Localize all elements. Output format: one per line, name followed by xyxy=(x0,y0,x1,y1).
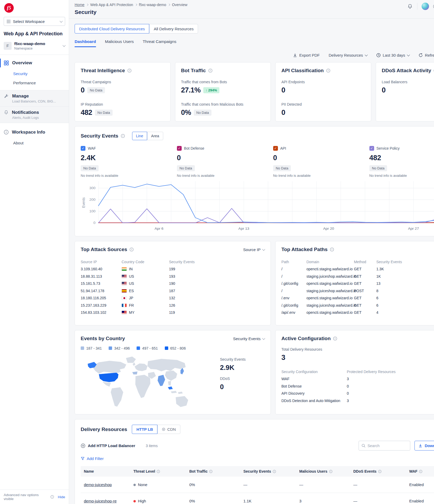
info-icon[interactable] xyxy=(127,68,132,73)
table-row[interactable]: 18.180.116.205 JP 132 xyxy=(81,295,265,302)
notifications-bell-icon[interactable] xyxy=(407,3,413,9)
table-row[interactable]: /.git/config opencti.staging.wafwizard.i… xyxy=(281,280,434,287)
info-icon[interactable] xyxy=(157,470,160,473)
events-line-chart[interactable]: 0100200300Apr 6Apr 13Apr 20Apr 27Events xyxy=(81,179,434,232)
path: /.git/config xyxy=(281,303,306,307)
table-row[interactable]: / staging.juiceshop.wafwizard.io POST 8 xyxy=(281,287,434,295)
map-country-in[interactable] xyxy=(157,375,165,386)
tab-threat-campaigns[interactable]: Threat Campaigns xyxy=(143,39,176,47)
map-country-my[interactable] xyxy=(168,386,173,390)
tenant-avatar[interactable] xyxy=(422,3,429,10)
info-icon[interactable] xyxy=(129,247,134,252)
sidebar-item-label: Overview xyxy=(12,60,32,66)
tab-malicious-users[interactable]: Malicious Users xyxy=(105,39,134,47)
column-header-malicious-users[interactable]: Malicious Users xyxy=(299,469,353,473)
f5-logo[interactable]: f5 xyxy=(4,3,14,13)
legend-checkbox-service-policy[interactable]: ✓ xyxy=(369,146,374,151)
info-icon[interactable] xyxy=(273,470,276,473)
map-country-mx[interactable] xyxy=(102,382,111,387)
info-icon[interactable] xyxy=(333,336,337,341)
download-csv-button[interactable]: Download CSV xyxy=(414,441,434,451)
toggle-all-delivery[interactable]: All Delivery Resources xyxy=(149,24,198,33)
sidebar-item-security[interactable]: Security xyxy=(0,69,69,78)
sidebar-item-notifications[interactable]: Notifications Alerts, Audit Logs xyxy=(0,107,69,123)
legend-checkbox-waf[interactable]: ✓ xyxy=(81,146,85,151)
bell-icon xyxy=(4,110,9,115)
sidebar-item-about[interactable]: About xyxy=(0,138,69,148)
toggle-cdn[interactable]: CDN xyxy=(157,425,180,434)
world-map[interactable] xyxy=(81,353,188,413)
resource-link-demo-juiceshop-re[interactable]: demo-juiceshop-re xyxy=(84,499,117,503)
workspace-selector[interactable]: Select Workspace xyxy=(4,17,65,26)
map-country-id2[interactable] xyxy=(178,392,183,394)
info-icon[interactable] xyxy=(330,247,334,252)
column-header-bot-traffic[interactable]: Bot Traffic xyxy=(189,469,243,473)
info-icon[interactable] xyxy=(121,134,125,138)
table-row[interactable]: 3.109.160.40 IN 199 xyxy=(81,266,265,273)
column-header-security-events[interactable]: Security Events xyxy=(243,469,299,473)
map-country-us[interactable] xyxy=(99,373,118,382)
table-row[interactable]: / staging.juiceshop.wafwizard.io GET 1K xyxy=(281,273,434,280)
map-country-cn[interactable] xyxy=(165,370,177,381)
export-pdf-button[interactable]: Export PDF xyxy=(293,53,320,57)
table-row[interactable]: 51.94.147.178 ES 187 xyxy=(81,287,265,295)
chart-mode-area[interactable]: Area xyxy=(147,132,163,140)
column-header-ddos-events[interactable]: DDoS Events xyxy=(353,469,409,473)
tab-dashboard[interactable]: Dashboard xyxy=(75,39,96,47)
add-filter-button[interactable]: Add Filter xyxy=(81,456,434,461)
breadcrumb-item[interactable]: f5xc-waap-demo xyxy=(139,3,166,7)
info-icon[interactable] xyxy=(329,470,332,473)
legend-checkbox-bot-defense[interactable]: ✓ xyxy=(177,146,182,151)
map-country-au[interactable] xyxy=(176,396,188,407)
source-ip-dropdown[interactable]: Source IP xyxy=(243,247,265,252)
search-input[interactable] xyxy=(368,444,402,448)
toggle-distributed-cloud[interactable]: Distributed Cloud Delivery Resources xyxy=(75,24,149,33)
refresh-button[interactable]: Refresh: Updated just now xyxy=(418,53,434,57)
map-country-se[interactable] xyxy=(168,381,171,385)
sidebar-item-workspace-info[interactable]: Workspace Info xyxy=(0,126,69,138)
map-country-af[interactable] xyxy=(135,375,151,398)
map-country-ru[interactable] xyxy=(147,359,186,371)
sidebar-item-overview[interactable]: Overview xyxy=(0,57,69,69)
sidebar-item-manage[interactable]: Manage Load Balancers, CDN, BIG... xyxy=(0,90,69,107)
resource-link-demo-juiceshop[interactable]: demo-juiceshop xyxy=(84,482,112,487)
info-icon[interactable] xyxy=(378,470,382,473)
toggle-http-lb[interactable]: HTTP LB xyxy=(132,425,157,434)
time-range-dropdown[interactable]: Last 30 days xyxy=(376,53,409,57)
map-country-ca[interactable] xyxy=(92,361,126,374)
delivery-resources-dropdown[interactable]: Delivery Resources xyxy=(329,53,367,57)
map-country-es[interactable] xyxy=(132,371,137,375)
table-row[interactable]: / opencti.staging.wafwizard.io GET 1.3K xyxy=(281,266,434,273)
breadcrumb-item[interactable]: Overview xyxy=(172,3,187,7)
events-metric-dropdown[interactable]: Security Events xyxy=(233,336,265,341)
breadcrumb-item[interactable]: Web App & API Protection xyxy=(90,3,133,7)
info-icon[interactable] xyxy=(209,470,213,473)
map-country-sa[interactable] xyxy=(111,387,123,407)
table-row[interactable]: 154.83.103.102 MY 119 xyxy=(81,309,265,316)
map-country-id1[interactable] xyxy=(171,391,177,393)
info-icon[interactable] xyxy=(326,68,330,73)
table-row[interactable]: /.git/config staging.juiceshop.wafwizard… xyxy=(281,302,434,309)
no-data-badge: No Data xyxy=(87,87,105,93)
security-events: 1.1K xyxy=(243,499,299,503)
map-country-eu[interactable] xyxy=(134,363,148,371)
chart-mode-line[interactable]: Line xyxy=(132,132,147,140)
map-country-gl[interactable] xyxy=(126,356,136,363)
table-row[interactable]: 15.237.163.229 FR 126 xyxy=(81,302,265,309)
column-header-waf[interactable]: WAF xyxy=(409,469,434,473)
column-header-threat-level[interactable]: Threat Level xyxy=(133,469,189,473)
info-icon[interactable] xyxy=(419,470,422,473)
namespace-selector[interactable]: F f5xc-waap-demo Namespace xyxy=(0,38,69,55)
add-http-lb-button[interactable]: Add HTTP Load Balancer xyxy=(81,443,135,448)
security-events-chart[interactable]: 0100200300Apr 6Apr 13Apr 20Apr 27Events xyxy=(81,179,434,233)
table-row[interactable]: 18.88.31.113 US 193 xyxy=(81,273,265,280)
table-row[interactable]: /api/.env opencti.staging.wafwizard.io G… xyxy=(281,309,434,316)
sidebar-item-performance[interactable]: Performance xyxy=(0,78,69,87)
breadcrumb-home[interactable]: Home xyxy=(75,3,84,7)
table-row[interactable]: /.env opencti.staging.wafwizard.io GET 6 xyxy=(281,295,434,302)
legend-checkbox-api[interactable]: ✓ xyxy=(273,146,278,151)
info-icon[interactable] xyxy=(208,68,213,73)
hide-nav-button[interactable]: Hide xyxy=(58,495,65,499)
table-row[interactable]: 15.181.5.73 US 190 xyxy=(81,280,265,287)
info-icon[interactable] xyxy=(50,495,54,499)
